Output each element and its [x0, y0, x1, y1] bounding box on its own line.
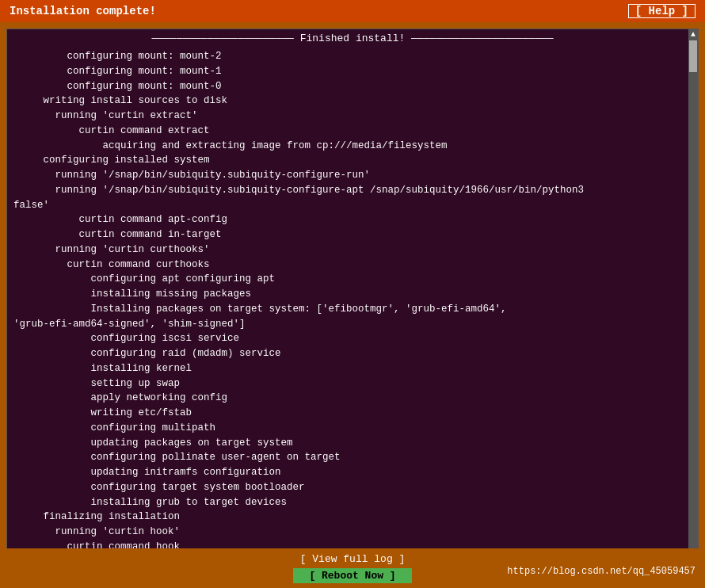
terminal-content: configuring mount: mount-2 configuring m…: [7, 48, 698, 555]
bottom-buttons: [ View full log ] [ Reboot Now ]: [293, 553, 411, 583]
top-bar: Installation complete! [ Help ]: [0, 0, 705, 22]
installation-title: Installation complete!: [10, 5, 156, 17]
view-log-button[interactable]: [ View full log ]: [300, 553, 406, 565]
terminal-text: configuring mount: mount-2 configuring m…: [13, 49, 692, 555]
bottom-link: https://blog.csdn.net/qq_45059457: [507, 566, 695, 577]
terminal-title: ——————————————————————— Finished install…: [7, 29, 698, 48]
bottom-bar: [ View full log ] [ Reboot Now ] https:/…: [0, 548, 705, 588]
terminal-container: ——————————————————————— Finished install…: [6, 29, 699, 559]
reboot-now-button[interactable]: [ Reboot Now ]: [293, 568, 411, 583]
scrollbar-arrow-up[interactable]: ▲: [691, 31, 695, 39]
help-button[interactable]: [ Help ]: [628, 4, 695, 18]
scrollbar-thumb[interactable]: [689, 40, 697, 72]
scrollbar[interactable]: ▲ ▼: [688, 29, 698, 559]
